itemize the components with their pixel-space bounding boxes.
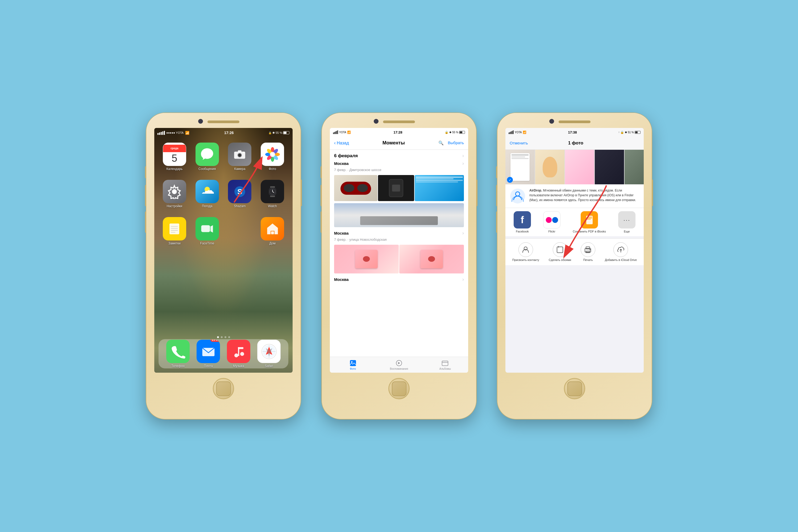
app-grid-row2: Настройки Погода S Shazam [154,180,292,208]
back-button[interactable]: ‹ Назад [334,140,349,146]
dock-mail-label: Почта [204,364,212,368]
front-camera-1 [198,119,203,124]
time-2: 17:28 [394,130,402,134]
app-shazam[interactable]: S Shazam [226,180,254,208]
tab-photos[interactable]: Фото [330,360,376,370]
home-button-3[interactable] [564,378,585,399]
photo-pink-1[interactable] [334,245,399,273]
share-nav: Отменить 1 фото [506,136,644,150]
share-preview: ✓ [506,150,644,184]
app-weather[interactable]: Погода [193,180,222,208]
vol-down-3 [496,211,497,233]
svg-rect-26 [170,224,179,234]
preview-3[interactable] [565,150,594,184]
photo-text[interactable] [415,175,464,201]
app-messages[interactable]: Сообщения [193,142,222,171]
share-title: 1 фото [568,140,583,146]
app-camera[interactable]: Камера [226,142,254,171]
dock-music[interactable]: Музыка [227,340,250,368]
app-notes[interactable]: Заметки [160,217,189,245]
select-button[interactable]: Выбрать [448,140,464,146]
home-button-inner-3 [567,381,582,396]
home-button-1[interactable] [213,378,234,399]
app-grid-row1: среда 5 Календарь Сообщения [154,142,292,171]
photo-vr[interactable] [334,175,377,201]
share-flickr[interactable]: Flickr [543,211,560,233]
photos-app: YOTA 📶 17:28 🔒 ✱ 55 % ‹ Назад [330,128,468,373]
app-photos[interactable]: Фото [258,142,287,171]
svg-rect-59 [557,247,563,253]
app-home[interactable]: Дом [258,217,287,245]
photo-dark-phone[interactable] [378,175,414,201]
app-watch[interactable]: Watch [258,180,287,208]
app-shazam-label: Shazam [234,204,246,208]
print-label: Печать [583,258,593,262]
speaker-2 [383,120,415,123]
tab-memories[interactable]: Воспоминания [376,360,422,370]
vol-down-1 [145,211,146,233]
share-ibooks[interactable]: Сохранить PDF в iBooks [573,211,606,233]
svg-text:S: S [237,187,242,195]
dock-safari[interactable]: Safari [257,340,281,368]
photo-pink-2[interactable] [399,245,464,273]
svg-rect-57 [587,219,591,220]
photo-snow[interactable] [334,203,464,227]
vol-up-2 [321,185,322,206]
vol-up-3 [496,185,497,206]
cancel-button[interactable]: Отменить [510,141,528,145]
app-facetime-label: FaceTime [200,242,214,245]
preview-1[interactable]: ✓ [506,150,535,184]
tab-albums[interactable]: Альбомы [422,360,468,370]
home-button-2[interactable] [388,378,410,399]
mute-button-1 [145,166,146,178]
front-camera-3 [549,119,554,124]
facebook-label: Facebook [516,230,529,233]
mute-button-3 [496,166,497,178]
svg-rect-55 [587,217,592,217]
svg-point-4 [243,152,244,153]
app-settings-label: Настройки [167,204,182,208]
photos-content: 6 февраля › Москва › 7 февр. · Дмитровск… [330,150,468,357]
action-wallpaper[interactable]: Сделать обоями [549,242,571,262]
photo-grid-1 [330,174,468,203]
power-button-2 [476,179,477,206]
speaker-1 [208,120,240,123]
power-button-3 [652,179,653,206]
svg-rect-3 [238,150,242,152]
app-grid-row3: Заметки FaceTime [154,217,292,245]
action-contact[interactable]: Присвоить контакту [512,242,539,262]
icloud-label: Добавить в iCloud Drive [605,258,637,262]
action-icloud[interactable]: Добавить в iCloud Drive [605,242,637,262]
preview-5[interactable] [625,150,644,184]
share-more[interactable]: ··· Еще [618,211,635,233]
app-weather-label: Погода [202,204,212,208]
share-facebook[interactable]: f Facebook [514,211,531,233]
app-notes-label: Заметки [168,242,180,245]
phone-1: ●●●●● YOTA 📶 17:26 🔒 ✱ 55 % [146,113,301,419]
svg-rect-20 [270,186,275,188]
phone-3: YOTA 📶 17:38 ↑ 🔒 ✱ 51 % Отменить 1 фото [497,113,652,419]
photo-grid-2 [330,244,468,276]
carrier-1: ●●●●● YOTA [166,131,184,134]
battery-2: 55 % [452,131,458,134]
preview-4[interactable] [595,150,624,184]
battery-1: 55 % [276,131,282,134]
dock-music-label: Музыка [233,364,244,368]
svg-marker-49 [398,362,400,364]
phone-2: YOTA 📶 17:28 🔒 ✱ 55 % ‹ Назад [322,113,476,419]
vol-up-1 [145,185,146,206]
action-print[interactable]: Печать [581,242,595,262]
app-facetime[interactable]: FaceTime [193,217,222,245]
front-camera-2 [374,119,379,124]
speaker-3 [558,120,590,123]
app-calendar[interactable]: среда 5 Календарь [160,142,189,171]
dock-phone[interactable]: Телефон [166,340,190,368]
location-detail-2: 7 февр. · улица Новослободская [330,237,468,244]
dock-mail[interactable]: 25 340 Почта [196,340,220,368]
selected-check: ✓ [507,177,513,183]
more-icon: ··· [618,211,635,228]
preview-2[interactable] [535,150,565,184]
search-button[interactable]: 🔍 [438,140,444,146]
app-camera-label: Камера [234,167,245,171]
app-settings[interactable]: Настройки [160,180,189,208]
